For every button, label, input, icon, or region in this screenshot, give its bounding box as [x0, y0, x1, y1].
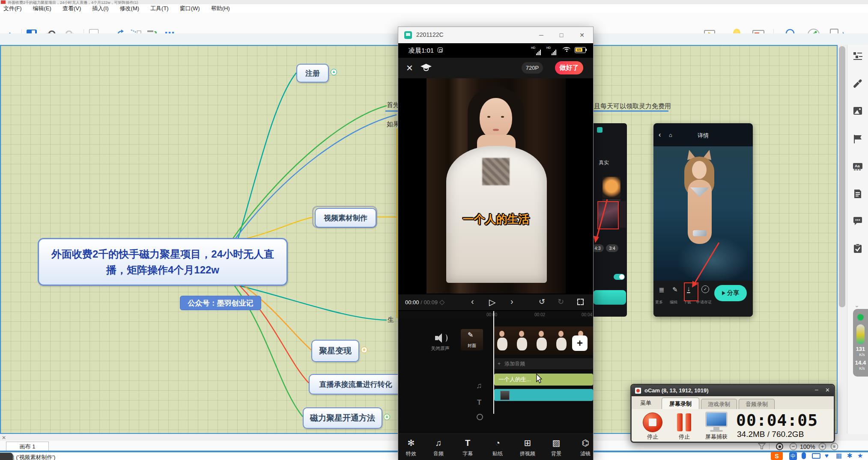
node-register[interactable]: 注册	[296, 64, 329, 83]
zoom-in-button[interactable]: +	[819, 443, 826, 450]
ocam-titlebar[interactable]: oCam (8, 13, 1912, 1019) – ✕	[632, 385, 834, 396]
node-open-method[interactable]: 磁力聚星开通方法	[303, 407, 382, 429]
share-button[interactable]: 分享	[714, 285, 747, 301]
ime-chinese-icon[interactable]: 中	[789, 452, 797, 460]
more-icon[interactable]: ≣	[659, 286, 664, 294]
ocam-tab-audio[interactable]: 音频录制	[739, 399, 775, 410]
menu-file[interactable]: 文件(F)	[3, 5, 22, 12]
panel-close-icon[interactable]: ✕	[2, 435, 6, 441]
export-done-button[interactable]: 做好了	[555, 61, 583, 74]
phone-window-titlebar[interactable]: 2201122C ─ □ ✕	[398, 27, 593, 44]
node-video-material[interactable]: 视频素材制作	[315, 208, 376, 228]
menu-view[interactable]: 查看(V)	[63, 5, 81, 12]
ratio-3-4[interactable]: 3:4	[606, 244, 618, 252]
expander-register[interactable]: +	[331, 69, 337, 75]
generate-button[interactable]	[593, 290, 626, 305]
phone-mirror-window: 2201122C ─ □ ✕ 凌晨1:01 HD HD 65	[398, 27, 594, 460]
sogou-ime-icon[interactable]: S	[771, 452, 783, 460]
pause-button[interactable]	[676, 413, 693, 431]
menu-window[interactable]: 窗口(W)	[180, 5, 200, 12]
sidebar-collapse-chevron-icon[interactable]: ⌄	[854, 302, 859, 309]
menu-insert[interactable]: 插入(I)	[92, 5, 108, 12]
fit-view-icon[interactable]	[776, 443, 783, 450]
phone-maximize-button[interactable]: □	[557, 30, 566, 40]
tool-audio[interactable]: ♫音频	[424, 437, 453, 457]
certificate-icon[interactable]: ✓	[701, 285, 709, 293]
sticker-track[interactable]	[494, 389, 593, 401]
tool-background[interactable]: ▨背景	[542, 437, 570, 457]
ime-heart-icon[interactable]: ♥	[825, 452, 829, 459]
tool-split[interactable]: ⊞拼视频	[513, 437, 542, 457]
ocam-tab-game[interactable]: 游戏录制	[701, 399, 737, 410]
filter-funnel-icon[interactable]	[758, 443, 766, 450]
screen-capture-button[interactable]	[705, 412, 728, 432]
record-stop-button[interactable]	[643, 413, 662, 432]
fullscreen-icon[interactable]	[577, 299, 584, 305]
toggle-on[interactable]	[614, 274, 625, 280]
next-frame-icon[interactable]: ›	[510, 297, 513, 306]
tool-sticker[interactable]: ◔贴纸	[483, 437, 512, 457]
editor-close-icon[interactable]: ✕	[406, 63, 413, 73]
tool-subtitle[interactable]: T字幕	[453, 437, 482, 457]
marker-flag-icon[interactable]	[853, 134, 863, 144]
undo-edit-icon[interactable]: ↺	[539, 297, 545, 306]
style-brush-icon[interactable]	[853, 78, 863, 89]
cover-button[interactable]: ✎ 封面	[461, 329, 483, 350]
capture-label: 屏幕捕获	[700, 433, 733, 441]
map-overview-button[interactable]: ≡	[831, 443, 838, 450]
keyframe-icon[interactable]: ◇	[439, 298, 444, 306]
zoom-out-button[interactable]: −	[790, 443, 797, 450]
task-panel-icon[interactable]	[853, 243, 863, 254]
outline-panel-icon[interactable]	[853, 51, 863, 61]
notes-panel-icon[interactable]	[853, 189, 863, 199]
ime-star-icon[interactable]: ★	[857, 452, 863, 460]
play-icon[interactable]: ▷	[489, 297, 495, 307]
tool-effects[interactable]: ✻特效	[397, 437, 425, 457]
ime-grid-icon[interactable]: ▦	[836, 452, 842, 460]
selected-thumb[interactable]	[597, 201, 619, 229]
rail-sticker-icon[interactable]	[477, 414, 483, 420]
node-monetize[interactable]: 聚星变现	[311, 340, 359, 362]
ime-settings-icon[interactable]: ✱	[847, 452, 853, 460]
ocam-tab-screen[interactable]: 屏幕录制	[662, 398, 699, 410]
node-live-convert[interactable]: 直播承接流量进行转化	[309, 374, 403, 395]
menu-tools[interactable]: 工具(T)	[150, 5, 169, 12]
image-panel-icon[interactable]	[853, 106, 863, 116]
comments-panel-icon[interactable]	[853, 216, 863, 226]
redo-edit-icon[interactable]: ↻	[558, 297, 564, 306]
label-aa-icon[interactable]: Aa	[853, 161, 863, 172]
sheet-tab[interactable]: 画布 1	[6, 442, 49, 451]
expander-monetize[interactable]: +	[361, 347, 367, 353]
menu-help[interactable]: 帮助(H)	[211, 5, 230, 12]
ocam-minimize-button[interactable]: –	[815, 386, 818, 393]
phone-close-button[interactable]: ✕	[577, 30, 587, 40]
add-clip-button[interactable]: +	[572, 335, 588, 351]
ruler-tick-0: 00:00	[486, 312, 497, 317]
menu-modify[interactable]: 修改(M)	[120, 5, 140, 12]
ocam-tab-menu[interactable]: 菜单	[640, 399, 651, 407]
ocam-close-button[interactable]: ✕	[825, 387, 830, 393]
resolution-button[interactable]: 720P	[522, 62, 543, 74]
bikini-bottom	[693, 230, 707, 236]
lips	[493, 129, 499, 131]
tutorial-cap-icon[interactable]	[421, 64, 432, 72]
avatar-thumb[interactable]	[603, 177, 620, 198]
ime-mic-icon[interactable]	[802, 452, 806, 459]
menu-edit[interactable]: 编辑(E)	[33, 5, 51, 12]
video-preview[interactable]: 一个人的生活	[427, 78, 566, 294]
edit-icon[interactable]: ✎	[672, 286, 678, 294]
playhead[interactable]	[493, 311, 494, 414]
phone-minimize-button[interactable]: ─	[537, 30, 546, 40]
central-topic[interactable]: 外面收费2千的快手磁力聚星项目，24小时无人直播，矩阵操作4个月122w	[38, 238, 288, 286]
ime-keyboard-icon[interactable]	[812, 453, 820, 459]
tool-filter[interactable]: ⌬滤镜	[571, 437, 600, 457]
add-audio-row[interactable]: + 添加音频	[494, 358, 593, 369]
canvas-vscrollbar-thumb[interactable]	[839, 46, 845, 307]
rail-music-icon[interactable]: ♫	[476, 381, 482, 390]
expander-method[interactable]: +	[384, 414, 390, 420]
prev-frame-icon[interactable]: ‹	[471, 297, 474, 306]
netspeed-widget[interactable]: 131 ↑ K/s 14.4 ↓ K/s	[853, 309, 868, 377]
rail-text-icon[interactable]: T	[477, 398, 481, 407]
mute-original-icon[interactable]	[433, 332, 448, 344]
taskbar-corner-icon[interactable]	[0, 453, 13, 460]
